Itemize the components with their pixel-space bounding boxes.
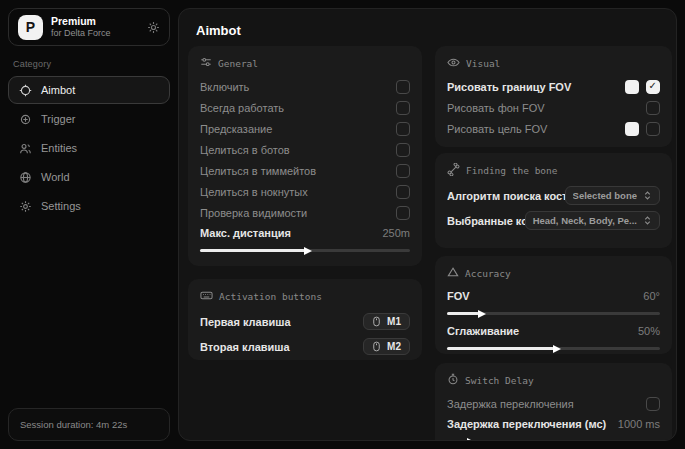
sidebar-item-trigger[interactable]: Trigger (8, 105, 170, 133)
target-icon (19, 113, 32, 126)
gear-icon (19, 200, 32, 213)
slider-row: Сглаживание 50% (447, 321, 660, 340)
setting-label: Предсказание (200, 123, 396, 135)
card-activation-buttons: Activation buttons Первая клавиша M1 Вто… (188, 279, 422, 360)
slider-fill[interactable] (200, 249, 305, 252)
keybind-value: M1 (387, 316, 401, 327)
category-label: Category (13, 59, 165, 69)
main-panel: Aimbot General Включить Всегда работать (178, 8, 677, 441)
checkbox[interactable] (646, 101, 660, 115)
chevron-up-down-icon (643, 191, 652, 200)
setting-row: Задержка переключения (447, 393, 660, 414)
slider-value: 50% (638, 325, 660, 337)
setting-label: Целиться в ботов (200, 144, 396, 156)
slider-fill[interactable] (447, 347, 554, 350)
stopwatch-icon (447, 373, 459, 387)
gear-icon[interactable] (147, 21, 160, 34)
checkbox[interactable] (396, 101, 410, 115)
sliders-icon (200, 56, 212, 70)
sidebar-item-label: Trigger (41, 113, 75, 125)
slider-value: 1000 ms (618, 418, 660, 430)
color-swatch[interactable] (625, 122, 639, 136)
select-row: Алгоритм поиска кости Selected bone (447, 183, 660, 208)
checkbox[interactable] (396, 164, 410, 178)
keybind-row: Вторая клавиша M2 (200, 334, 410, 359)
eye-icon (447, 56, 460, 71)
sidebar-item-aimbot[interactable]: Aimbot (8, 76, 170, 104)
setting-row: Предсказание (200, 118, 410, 139)
fov-slider[interactable] (447, 312, 660, 315)
selected-bones-select[interactable]: Head, Neck, Body, Pe... (525, 211, 660, 230)
setting-row: Всегда работать (200, 97, 410, 118)
setting-row: Целиться в ботов (200, 139, 410, 160)
checkbox[interactable] (396, 206, 410, 220)
checkbox[interactable] (396, 185, 410, 199)
sidebar-item-label: Settings (41, 200, 81, 212)
crosshair-icon (19, 84, 32, 97)
bone-algorithm-select[interactable]: Selected bone (565, 186, 660, 205)
keybind-value: M2 (387, 341, 401, 352)
card-accuracy: Accuracy FOV 60° Сглаживание 50% (435, 256, 672, 354)
keybind-row: Первая клавиша M1 (200, 309, 410, 334)
checkbox[interactable] (646, 397, 660, 411)
setting-row: Рисовать цель FOV (447, 118, 660, 139)
card-header-label: Visual (466, 58, 500, 69)
sidebar-item-world[interactable]: World (8, 163, 170, 191)
card-header-label: Finding the bone (466, 165, 558, 176)
globe-icon (19, 171, 32, 184)
card-header-label: General (218, 58, 258, 69)
session-duration-label: Session duration: 4m 22s (20, 419, 127, 430)
slider-fill[interactable] (447, 440, 468, 441)
entities-icon (19, 142, 32, 155)
setting-row: Рисовать фон FOV (447, 97, 660, 118)
setting-label: Включить (200, 81, 396, 93)
keybind-label: Вторая клавиша (200, 341, 363, 353)
keybind-button[interactable]: M2 (363, 338, 410, 355)
keyboard-icon (200, 289, 213, 304)
checkbox[interactable] (396, 122, 410, 136)
card-visual: Visual Рисовать границу FOV Рисовать фон… (435, 46, 672, 147)
setting-label: Проверка видимости (200, 207, 396, 219)
setting-label: Рисовать границу FOV (447, 81, 625, 93)
sidebar: P Premium for Delta Force Category Aimbo… (8, 8, 170, 221)
sidebar-item-settings[interactable]: Settings (8, 192, 170, 220)
setting-label: Задержка переключения (447, 398, 646, 410)
bone-icon (447, 163, 460, 178)
slider-value: 60° (643, 290, 660, 302)
setting-row: Включить (200, 76, 410, 97)
switch-delay-slider[interactable] (447, 440, 660, 441)
slider-label: Макс. дистанция (200, 227, 374, 239)
slider-label: Задержка переключения (мс) (447, 418, 610, 430)
mouse-icon (371, 341, 382, 352)
slider-row: Макс. дистанция 250m (200, 223, 410, 242)
slider-row: Задержка переключения (мс) 1000 ms (447, 414, 660, 433)
checkbox[interactable] (396, 80, 410, 94)
select-value: Head, Neck, Body, Pe... (533, 215, 637, 226)
card-header-label: Accuracy (465, 268, 511, 279)
sidebar-item-label: Entities (41, 142, 77, 154)
mouse-icon (371, 316, 382, 327)
card-switch-delay: Switch Delay Задержка переключения Задер… (435, 363, 672, 441)
checkbox[interactable] (646, 80, 660, 94)
slider-row: FOV 60° (447, 286, 660, 305)
session-duration: Session duration: 4m 22s (8, 408, 170, 441)
smoothing-slider[interactable] (447, 347, 660, 350)
setting-row: Целиться в тиммейтов (200, 160, 410, 181)
checkbox[interactable] (646, 122, 660, 136)
slider-label: FOV (447, 290, 635, 302)
setting-label: Целиться в нокнутых (200, 186, 396, 198)
keybind-button[interactable]: M1 (363, 313, 410, 330)
sidebar-item-label: Aimbot (41, 84, 75, 96)
sidebar-item-entities[interactable]: Entities (8, 134, 170, 162)
select-row: Выбранные кости Head, Neck, Body, Pe... (447, 208, 660, 233)
select-label: Алгоритм поиска кости (447, 190, 565, 202)
keybind-label: Первая клавиша (200, 316, 363, 328)
checkbox[interactable] (396, 143, 410, 157)
card-finding-the-bone: Finding the bone Алгоритм поиска кости S… (435, 153, 672, 248)
app-title: Premium (51, 15, 111, 28)
sidebar-item-label: World (41, 171, 70, 183)
slider-fill[interactable] (447, 312, 479, 315)
setting-label: Целиться в тиммейтов (200, 165, 396, 177)
color-swatch[interactable] (625, 80, 639, 94)
max-distance-slider[interactable] (200, 249, 410, 252)
